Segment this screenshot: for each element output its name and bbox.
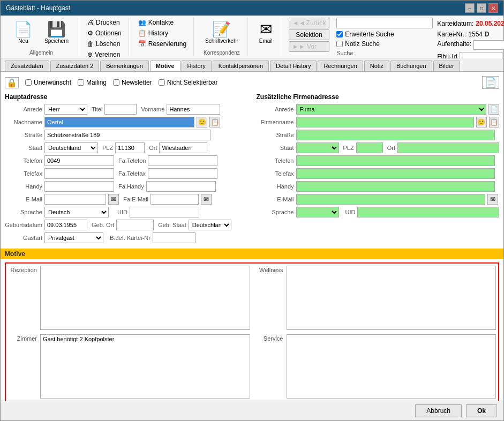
fa-email-icon-btn[interactable]: ✉: [201, 194, 212, 205]
z-email-icon-btn[interactable]: ✉: [487, 194, 498, 205]
tab-history[interactable]: History: [182, 61, 212, 71]
vor-button[interactable]: ►► Vor: [289, 41, 329, 52]
fa-telefon-input[interactable]: [148, 155, 217, 166]
tab-detail-history[interactable]: Detail History: [270, 61, 317, 71]
nicht-selektierbar-checkbox[interactable]: [159, 79, 165, 86]
fa-telefax-input[interactable]: [148, 168, 217, 179]
z-email-input[interactable]: [296, 194, 486, 205]
aufenthalte-input[interactable]: [473, 40, 504, 50]
handy-input[interactable]: [44, 181, 114, 192]
gastart-select[interactable]: Privatgast: [44, 232, 103, 243]
reservierung-button[interactable]: 📅 Reservierung: [136, 39, 189, 49]
abbruch-button[interactable]: Abbruch: [415, 404, 462, 417]
nachname-input[interactable]: [44, 117, 194, 127]
z-strasse-input[interactable]: [296, 130, 495, 140]
neu-button[interactable]: 📄 Neu: [9, 18, 37, 47]
z-staat-select[interactable]: [296, 142, 339, 153]
email-icon-btn[interactable]: ✉: [108, 194, 119, 205]
schriftverkehr-button[interactable]: 📝 Schriftverkehr: [200, 18, 243, 47]
telefax-input[interactable]: [44, 168, 114, 179]
email-row: E-Mail ✉ Fa.E-Mail ✉: [5, 194, 248, 205]
zuruck-button[interactable]: ◄◄ Zurück: [289, 18, 329, 28]
fa-email-input[interactable]: [151, 194, 199, 205]
geb-ort-input[interactable]: [116, 220, 154, 230]
vorname-input[interactable]: [167, 104, 220, 115]
close-button[interactable]: ✕: [488, 3, 498, 13]
z-ort-input[interactable]: [397, 142, 499, 153]
toolbar-group-schrift: 📝 Schriftverkehr Korrespondenz: [196, 18, 248, 56]
email-input[interactable]: [44, 194, 106, 205]
optionen-label: Optionen: [95, 29, 122, 37]
bdef-input[interactable]: [153, 232, 195, 243]
ok-button[interactable]: Ok: [466, 404, 497, 417]
tab-rechnungen[interactable]: Rechnungen: [318, 61, 363, 71]
mailing-checkbox[interactable]: [78, 79, 84, 86]
tab-kontaktpersonen[interactable]: Kontaktpersonen: [213, 61, 269, 71]
uid-input[interactable]: [130, 207, 199, 217]
kontakte-button[interactable]: 👥 Kontakte: [136, 18, 189, 27]
unwunschst-checkbox[interactable]: [25, 79, 32, 86]
erweiterte-suche-checkbox[interactable]: [336, 31, 343, 37]
z-telefon-row: Telefon: [257, 155, 500, 166]
email-label: E-Mail: [5, 196, 42, 202]
tab-motive[interactable]: Motive: [150, 61, 180, 71]
staat-select[interactable]: Deutschland: [44, 142, 98, 153]
email-button[interactable]: ✉ Email: [254, 18, 277, 47]
tab-notiz[interactable]: Notiz: [364, 61, 389, 71]
zimmer-textarea[interactable]: Gast benötigt 2 Kopfpolster: [40, 334, 250, 399]
geb-staat-select[interactable]: Deutschland: [189, 220, 231, 230]
selektion-button[interactable]: Selektion: [289, 29, 329, 40]
notiz-suche-checkbox[interactable]: [336, 41, 343, 47]
tab-zusatzdaten2[interactable]: Zusatzdaten 2: [50, 61, 100, 71]
z-sprache-select[interactable]: [296, 207, 339, 217]
titel-input[interactable]: [104, 104, 137, 115]
sprache-select[interactable]: Deutsch: [44, 207, 109, 217]
lock-icon[interactable]: 🔒: [5, 77, 19, 88]
history-button[interactable]: 📋 History: [136, 28, 189, 38]
telefon-input[interactable]: [44, 155, 114, 166]
z-uid-input[interactable]: [357, 207, 499, 217]
erweiterte-suche-label: Erweiterte Suche: [345, 31, 394, 38]
fa-handy-input[interactable]: [146, 181, 216, 192]
z-list-btn[interactable]: 📋: [489, 117, 499, 127]
strasse-input[interactable]: [44, 130, 210, 140]
aufenthalte-row: Aufenthalte:: [437, 40, 504, 50]
tab-bemerkungen[interactable]: Bemerkungen: [100, 61, 149, 71]
newsletter-checkbox[interactable]: [113, 79, 119, 86]
list-button[interactable]: 📋: [209, 117, 220, 127]
z-telefon-input[interactable]: [296, 155, 495, 166]
z-plz-label: PLZ: [343, 145, 354, 151]
search-input[interactable]: [336, 18, 433, 28]
smiley-button[interactable]: 🙂: [197, 117, 207, 127]
minimize-button[interactable]: –: [465, 3, 475, 13]
tab-buchungen[interactable]: Buchungen: [390, 61, 432, 71]
vor-icon: ►► Vor: [292, 43, 317, 50]
service-textarea[interactable]: [287, 334, 497, 399]
z-anrede-select[interactable]: Firma: [296, 104, 487, 115]
z-plz-input[interactable]: [356, 142, 383, 153]
kartei-info: Karteidatum: 20.05.2020 ? Kartei-Nr.: 15…: [437, 18, 504, 56]
drucken-button[interactable]: 🖨 Drucken: [85, 18, 124, 27]
ort-input[interactable]: [159, 142, 207, 153]
anrede-select[interactable]: Herr: [44, 104, 87, 115]
plz-input[interactable]: [115, 142, 145, 153]
search-area: Erweiterte Suche Notiz Suche Suche: [336, 18, 433, 56]
rezeption-textarea[interactable]: [40, 266, 250, 330]
titlebar: Gästeblatt - Hauptgast – □ ✕: [1, 1, 503, 16]
optionen-button[interactable]: ⚙ Optionen: [85, 28, 124, 38]
tab-zusatzdaten[interactable]: Zusatzdaten: [5, 61, 49, 71]
geburtsdatum-input[interactable]: [44, 220, 87, 230]
z-strasse-row: Straße: [257, 130, 500, 140]
karteidatum-row: Karteidatum: 20.05.2020 ?: [437, 20, 504, 28]
speichern-button[interactable]: 💾 Speichern: [40, 18, 73, 47]
z-firmenname-input[interactable]: [296, 117, 475, 127]
z-smiley-btn[interactable]: 🙂: [476, 117, 486, 127]
maximize-button[interactable]: □: [477, 3, 486, 13]
document-icon[interactable]: 📄: [482, 76, 499, 89]
wellness-textarea[interactable]: [287, 266, 497, 330]
z-telefax-input[interactable]: [296, 168, 495, 179]
tab-bilder[interactable]: Bilder: [433, 61, 460, 71]
z-handy-input[interactable]: [296, 181, 495, 192]
z-doc-btn[interactable]: 📄: [488, 104, 499, 115]
loschen-button[interactable]: 🗑 Löschen: [85, 39, 124, 49]
